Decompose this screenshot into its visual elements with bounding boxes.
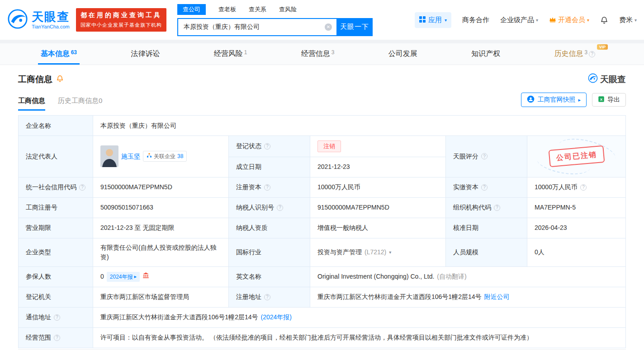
help-icon[interactable]: ? — [277, 205, 283, 211]
help-icon[interactable]: ? — [54, 314, 60, 321]
top-header: 天眼查 TianYanCha.com 都在用的商业查询工具 国家中小企业发展子基… — [0, 0, 644, 40]
help-icon[interactable]: ? — [481, 184, 488, 191]
apps-label: 应用 — [428, 16, 442, 24]
apps-menu[interactable]: 应用 ▾ — [415, 12, 451, 28]
staff-size-label: 人员规模 — [446, 238, 527, 267]
tab-operation-risk[interactable]: 经营风险 1 — [208, 43, 253, 65]
legal-rep-photo[interactable] — [100, 145, 118, 167]
tab-count: 3 — [585, 49, 588, 56]
annual-report-chip[interactable]: 2024年报 ▸ — [107, 272, 140, 282]
company-type-label: 企业类型 — [19, 238, 93, 267]
cooperation-label: 商务合作 — [462, 16, 489, 24]
svg-text:X: X — [600, 98, 603, 102]
clear-search-icon[interactable]: ✕ — [325, 23, 332, 31]
official-snapshot-button[interactable]: 工商官网快照 ▸ — [521, 93, 587, 107]
tianyancha-mark-icon — [588, 73, 598, 85]
credit-code-label: 统一社会信用代码 ? — [19, 177, 93, 198]
establish-date-label: 成立日期 — [229, 157, 310, 177]
snapshot-button-label: 工商官网快照 — [537, 96, 575, 104]
help-icon[interactable]: ? — [264, 143, 270, 149]
vip-badge: VIP — [597, 44, 608, 50]
org-network-icon — [147, 152, 152, 160]
reg-capital-label: 注册资本 ? — [229, 177, 310, 198]
legal-rep-cell: 施玉坚 关联企业 38 — [93, 136, 229, 177]
subtab-business-info[interactable]: 工商信息 — [18, 97, 45, 111]
insured-label: 参保人数 — [19, 267, 93, 287]
establish-date-value: 2021-12-23 — [310, 157, 446, 177]
mail-address-label: 通信地址 ? — [19, 308, 93, 328]
help-icon[interactable]: ? — [264, 184, 270, 191]
help-icon[interactable]: ? — [79, 184, 85, 191]
paid-capital-value: 10000万人民币 ? — [527, 177, 626, 198]
logo-title: 天眼查 — [32, 10, 70, 23]
subtab-history-business-info[interactable]: 历史工商信息0 — [58, 97, 102, 111]
search-tab-relation[interactable]: 查关系 — [249, 5, 266, 14]
tab-intellectual-property[interactable]: 知识产权 — [466, 43, 506, 65]
tab-company-development[interactable]: 公司发展 — [383, 43, 423, 65]
snapshot-person-icon — [527, 95, 535, 104]
watermark-brand: 天眼查 — [588, 73, 626, 85]
tab-operation-info[interactable]: 经营信息 3 — [296, 43, 340, 65]
reg-status-label: 登记状态 ? — [229, 136, 310, 157]
tab-label: 基本信息 — [41, 49, 70, 59]
help-icon[interactable]: ? — [580, 184, 587, 191]
search-input[interactable] — [177, 18, 336, 36]
search-tab-boss[interactable]: 查老板 — [218, 5, 236, 14]
mail-address-value: 重庆两江新区大竹林街道金开大道西段106号1幢2层14号 (2024年报) — [93, 308, 626, 328]
user-menu[interactable]: 费米 ▾ — [619, 16, 637, 24]
insured-value: 0 2024年报 ▸ — [93, 267, 229, 287]
export-button[interactable]: X 导出 — [592, 93, 626, 107]
org-code-label: 组织机构代码 ? — [446, 198, 527, 218]
reg-number-label: 工商注册号 — [19, 198, 93, 218]
approval-date-value: 2026-04-23 — [527, 218, 626, 238]
slogan-line1: 都在用的商业查询工具 — [80, 11, 162, 19]
enterprise-label: 企业级产品 — [500, 16, 534, 24]
social-insurance-icon[interactable] — [142, 272, 149, 281]
tab-label: 历史信息 — [554, 49, 583, 59]
taxpayer-id-value: 91500000MA7EPPMN5D — [310, 198, 446, 218]
legal-rep-name-link[interactable]: 施玉坚 — [121, 152, 140, 161]
chevron-down-icon: ▾ — [635, 18, 637, 23]
header-menu: 应用 ▾ 商务合作 企业级产品 ▾ 开通会员 ▾ — [415, 12, 637, 28]
legal-rep-label: 法定代表人 — [19, 136, 93, 177]
help-icon[interactable]: ? — [481, 153, 488, 159]
subtab-row: 工商信息 历史工商信息0 工商官网快照 ▸ X — [18, 93, 626, 111]
nearby-companies-link[interactable]: 附近公司 — [484, 292, 510, 302]
taxpayer-id-label: 纳税人识别号 ? — [229, 198, 310, 218]
tab-basic-info[interactable]: 基本信息 63 — [35, 43, 82, 65]
reg-capital-value: 10000万人民币 — [310, 177, 446, 198]
help-icon[interactable]: ? — [54, 335, 60, 341]
tab-history-info[interactable]: 历史信息 3 ? VIP — [549, 43, 609, 65]
score-label: 天眼评分 ? — [446, 136, 527, 177]
search-button[interactable]: 天眼一下 — [336, 18, 373, 36]
tab-legal-litigation[interactable]: 法律诉讼 — [125, 43, 165, 65]
menu-open-vip[interactable]: 开通会员 ▾ — [549, 16, 589, 24]
menu-enterprise-products[interactable]: 企业级产品 ▾ — [500, 16, 538, 24]
industry-value: 投资与资产管理 (L7212) ▾ — [310, 238, 446, 267]
tab-count: 1 — [244, 49, 247, 56]
company-name-label: 企业名称 — [19, 116, 93, 136]
help-icon[interactable]: ? — [264, 294, 270, 300]
section-title: 工商信息 — [18, 74, 52, 85]
annual-report-link[interactable]: (2024年报) — [261, 313, 292, 322]
subscribe-bell-icon[interactable] — [56, 75, 64, 84]
help-icon[interactable]: ? — [589, 51, 595, 57]
notification-bell-button[interactable] — [600, 16, 608, 24]
business-scope-value: 许可项目：以自有资金从事投资活动。 （依法须经批准的项目，经相关部门批准后方可开… — [93, 328, 626, 348]
authority-value: 重庆市两江新区市场监督管理局 — [93, 287, 229, 308]
tianyancha-logo-icon — [7, 9, 28, 31]
menu-cooperation[interactable]: 商务合作 — [462, 16, 489, 24]
open-vip-label: 开通会员 — [558, 16, 585, 24]
watermark-brand-label: 天眼查 — [600, 74, 626, 85]
tianyancha-logo[interactable]: 天眼查 TianYanCha.com — [7, 9, 70, 31]
related-companies-badge[interactable]: 关联企业 38 — [143, 151, 187, 162]
search-tab-company[interactable]: 查公司 — [177, 4, 206, 15]
org-code-value: MA7EPPMN-5 — [527, 198, 626, 218]
help-icon[interactable]: ? — [494, 205, 500, 211]
tab-label: 知识产权 — [471, 49, 500, 59]
reg-status-value: 注销 — [310, 136, 446, 157]
search-tab-risk[interactable]: 查风险 — [279, 5, 297, 14]
chevron-down-icon[interactable]: ▾ — [389, 249, 391, 256]
industry-label: 国标行业 — [229, 238, 310, 267]
company-name-value: 本原投资（重庆）有限公司 — [93, 116, 626, 136]
